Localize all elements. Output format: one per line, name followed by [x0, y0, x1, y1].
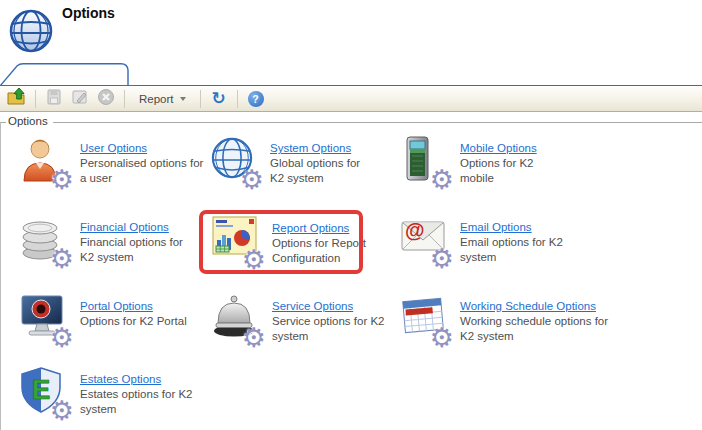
save-icon — [45, 88, 63, 110]
folder-go-icon — [7, 88, 27, 110]
gear-icon: ⚙ — [242, 324, 266, 351]
edit-icon — [71, 88, 89, 110]
option-item-service: ⚙ Service Options Service options for K2… — [212, 294, 397, 344]
highlight-box — [199, 210, 363, 274]
option-desc: Email options for K2 system — [460, 235, 580, 265]
gear-icon: ⚙ — [430, 245, 454, 272]
toolbar: Report ↻ ? — [0, 85, 702, 112]
option-link[interactable]: Email Options — [460, 221, 532, 233]
option-item-estates: E ⚙ Estates Options Estates options for … — [20, 367, 205, 417]
shield-gear-icon[interactable]: E ⚙ — [20, 367, 68, 415]
groupbox-label: Options — [8, 115, 48, 127]
option-item-system: ⚙ System Options Global options for K2 s… — [210, 136, 375, 186]
option-desc: Global options for K2 system — [270, 156, 375, 186]
gear-icon: ⚙ — [430, 166, 454, 193]
option-desc: Personalised options for a user — [80, 156, 210, 186]
option-item-mobile: ⚙ Mobile Options Options for K2 mobile — [400, 136, 550, 186]
gear-icon: ⚙ — [50, 324, 74, 351]
report-dropdown-button[interactable]: Report — [131, 88, 194, 109]
email-gear-icon[interactable]: @ ⚙ — [400, 215, 448, 263]
option-item-working-schedule: ⚙ Working Schedule Options Working sched… — [400, 294, 615, 344]
delete-button-disabled — [94, 88, 118, 109]
delete-icon — [97, 88, 115, 110]
option-link[interactable]: System Options — [270, 142, 351, 154]
toolbar-separator — [35, 90, 36, 108]
report-dropdown-label: Report — [139, 93, 174, 105]
toolbar-separator — [200, 90, 201, 108]
gear-icon: ⚙ — [50, 166, 74, 193]
globe-gear-icon[interactable]: ⚙ — [210, 136, 258, 184]
app-globe-icon — [8, 8, 54, 58]
option-desc: Working schedule options for K2 system — [460, 314, 615, 344]
save-button-disabled — [42, 88, 66, 109]
open-folder-button[interactable] — [5, 88, 29, 109]
option-link[interactable]: Portal Options — [80, 300, 153, 312]
option-desc: Options for K2 mobile — [460, 156, 550, 186]
option-desc: Estates options for K2 system — [80, 387, 205, 417]
help-button[interactable]: ? — [244, 88, 268, 109]
user-gear-icon[interactable]: ⚙ — [20, 136, 68, 184]
bell-gear-icon[interactable]: ⚙ — [212, 294, 260, 342]
option-link[interactable]: Financial Options — [80, 221, 169, 233]
monitor-gear-icon[interactable]: ⚙ — [20, 294, 68, 342]
option-desc: Financial options for K2 system — [80, 235, 195, 265]
gear-icon: ⚙ — [240, 166, 264, 193]
estates-letter: E — [32, 374, 51, 405]
mobile-gear-icon[interactable]: ⚙ — [400, 136, 448, 184]
page-title: Options — [62, 5, 115, 21]
help-icon: ? — [248, 91, 264, 107]
toolbar-separator — [124, 90, 125, 108]
coins-gear-icon[interactable]: ⚙ — [20, 215, 68, 263]
gear-icon: ⚙ — [50, 245, 74, 272]
option-item-user: ⚙ User Options Personalised options for … — [20, 136, 210, 186]
option-desc: Options for K2 Portal — [80, 314, 210, 329]
gear-icon: ⚙ — [430, 324, 454, 351]
groupbox-line — [53, 122, 702, 123]
refresh-icon: ↻ — [211, 90, 225, 107]
toolbar-separator — [237, 90, 238, 108]
option-link[interactable]: User Options — [80, 142, 147, 154]
option-link[interactable]: Mobile Options — [460, 142, 537, 154]
options-page: Options — [0, 0, 702, 430]
option-link[interactable]: Service Options — [272, 300, 353, 312]
groupbox-left-border — [0, 122, 1, 430]
option-desc: Service options for K2 system — [272, 314, 397, 344]
refresh-button[interactable]: ↻ — [207, 88, 231, 109]
gear-icon: ⚙ — [50, 397, 74, 424]
option-item-financial: ⚙ Financial Options Financial options fo… — [20, 215, 195, 265]
option-link[interactable]: Estates Options — [80, 373, 161, 385]
option-link[interactable]: Working Schedule Options — [460, 300, 596, 312]
calendar-gear-icon[interactable]: ⚙ — [400, 294, 448, 342]
option-item-email: @ ⚙ Email Options Email options for K2 s… — [400, 215, 580, 265]
at-glyph: @ — [405, 219, 425, 241]
edit-button-disabled — [68, 88, 92, 109]
option-item-portal: ⚙ Portal Options Options for K2 Portal — [20, 294, 210, 342]
chevron-down-icon — [180, 97, 186, 101]
